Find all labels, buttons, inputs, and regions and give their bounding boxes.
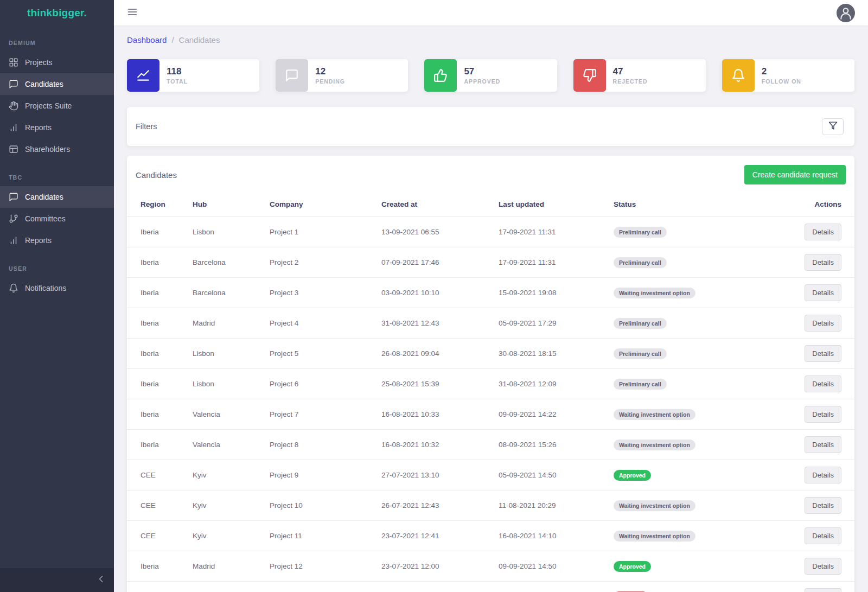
candidates-table: RegionHubCompanyCreated atLast updatedSt… <box>127 194 854 592</box>
stat-card-rejected: 47REJECTED <box>573 59 706 92</box>
breadcrumb-link-dashboard[interactable]: Dashboard <box>127 35 167 44</box>
sidebar-item-candidates[interactable]: Candidates <box>0 73 114 95</box>
cell-last-updated: 30-08-2021 18:15 <box>494 339 609 369</box>
sidebar-item-reports[interactable]: Reports <box>0 117 114 138</box>
message-icon <box>276 59 308 92</box>
sidebar-collapse-button[interactable] <box>0 568 114 592</box>
candidates-title: Candidates <box>136 170 177 180</box>
candidates-card: Candidates Create candidate request Regi… <box>127 156 854 592</box>
details-button[interactable]: Details <box>805 558 841 575</box>
cell-region: Iberia <box>127 399 188 430</box>
cell-region: Iberia <box>127 339 188 369</box>
sidebar-item-label: Notifications <box>25 284 66 292</box>
cell-last-updated: 05-09-2021 14:50 <box>494 460 609 491</box>
details-button[interactable]: Details <box>805 375 841 392</box>
candidates-card-header: Candidates Create candidate request <box>127 156 854 194</box>
details-button[interactable]: Details <box>805 254 841 271</box>
content: Dashboard / Candidates 118TOTAL12PENDING… <box>114 26 868 592</box>
cell-company: Project 5 <box>265 339 377 369</box>
cell-hub: Kyiv <box>188 521 265 551</box>
details-button[interactable]: Details <box>805 497 841 514</box>
breadcrumb-separator: / <box>171 35 174 44</box>
cell-hub: Madrid <box>188 551 265 582</box>
cell-actions: Details <box>795 308 854 339</box>
sidebar-item-label: Committees <box>25 214 66 223</box>
table-row: IberiaLisbonProject 113-09-2021 06:5517-… <box>127 217 854 247</box>
user-avatar[interactable] <box>837 4 855 22</box>
sidebar-item-projects[interactable]: Projects <box>0 52 114 73</box>
status-badge: Preliminary call <box>614 257 667 268</box>
details-button[interactable]: Details <box>805 527 841 544</box>
table-row: IberiaMadridProject 1223-07-2021 12:0009… <box>127 551 854 582</box>
cell-region: Iberia <box>127 369 188 399</box>
breadcrumb: Dashboard / Candidates <box>127 35 854 44</box>
thumbs-up-icon <box>424 59 457 92</box>
sidebar-section-label-tbc: TBC <box>0 160 114 186</box>
cell-hub: Kyiv <box>188 460 265 491</box>
cell-region: Iberia <box>127 551 188 582</box>
status-badge: Waiting investment option <box>614 440 695 450</box>
cell-actions: Details <box>795 521 854 551</box>
cell-company: Project 10 <box>265 491 377 521</box>
sidebar-item-committees[interactable]: Committees <box>0 208 114 230</box>
cell-actions: Details <box>795 369 854 399</box>
table-row: IberiaLisbonProject 526-08-2021 09:0430-… <box>127 339 854 369</box>
create-candidate-request-button[interactable]: Create candidate request <box>744 165 846 184</box>
details-button[interactable]: Details <box>805 406 841 423</box>
app-root: thinkbigger. DEMIUMProjectsCandidatesPro… <box>0 0 868 592</box>
filter-button[interactable] <box>822 118 844 135</box>
status-badge: Preliminary call <box>614 348 667 359</box>
brand-logo[interactable]: thinkbigger. <box>0 0 114 26</box>
sidebar-nav: DEMIUMProjectsCandidatesProjects SuiteRe… <box>0 26 114 299</box>
cell-actions: Details <box>795 582 854 592</box>
cell-hub: Valencia <box>188 430 265 460</box>
cell-last-updated: 05-09-2021 17:29 <box>494 308 609 339</box>
cell-region: Iberia <box>127 278 188 308</box>
stat-text: 47REJECTED <box>606 66 648 85</box>
filters-title: Filters <box>136 122 157 131</box>
details-button[interactable]: Details <box>805 467 841 483</box>
cell-status: Approved <box>609 551 795 582</box>
cell-status: Approved <box>609 460 795 491</box>
cell-company: Project 7 <box>265 399 377 430</box>
table-row: CEEKyivProject 1026-07-2021 12:4311-08-2… <box>127 491 854 521</box>
table-row: IberiaMadridProject 431-08-2021 12:4305-… <box>127 308 854 339</box>
details-button[interactable]: Details <box>805 588 841 592</box>
cell-actions: Details <box>795 460 854 491</box>
stat-value: 12 <box>315 66 345 77</box>
table-header-row: RegionHubCompanyCreated atLast updatedSt… <box>127 194 854 217</box>
sidebar-item-label: Reports <box>25 236 52 245</box>
status-badge: Waiting investment option <box>614 288 695 298</box>
cell-region: Iberia <box>127 308 188 339</box>
cell-status: Rejected <box>609 582 795 592</box>
breadcrumb-current: Candidates <box>179 35 220 44</box>
cell-company: Project 3 <box>265 278 377 308</box>
sidebar-item-shareholders[interactable]: Shareholders <box>0 138 114 160</box>
details-button[interactable]: Details <box>805 436 841 453</box>
menu-toggle-button[interactable] <box>127 7 138 19</box>
stat-card-follow-on: 2FOLLOW ON <box>722 59 854 92</box>
sidebar-item-projects-suite[interactable]: Projects Suite <box>0 95 114 117</box>
cell-status: Waiting investment option <box>609 491 795 521</box>
cell-region: CEE <box>127 460 188 491</box>
status-badge: Preliminary call <box>614 227 667 238</box>
details-button[interactable]: Details <box>805 224 841 240</box>
cell-last-updated: 05-09-2021 15:09 <box>494 582 609 592</box>
sidebar-item-label: Reports <box>25 123 52 132</box>
cell-hub: Kyiv <box>188 582 265 592</box>
cell-status: Preliminary call <box>609 247 795 278</box>
cell-status: Preliminary call <box>609 308 795 339</box>
details-button[interactable]: Details <box>805 284 841 301</box>
cell-company: Project 8 <box>265 430 377 460</box>
cell-last-updated: 16-08-2021 14:10 <box>494 521 609 551</box>
cell-created-at: 27-07-2021 13:10 <box>377 460 494 491</box>
bar-chart-icon <box>9 123 18 132</box>
sidebar-item-notifications[interactable]: Notifications <box>0 277 114 299</box>
details-button[interactable]: Details <box>805 315 841 332</box>
table-icon <box>9 144 18 154</box>
sidebar-item-candidates[interactable]: Candidates <box>0 186 114 208</box>
status-badge: Waiting investment option <box>614 409 695 420</box>
sidebar-item-reports[interactable]: Reports <box>0 230 114 251</box>
filters-card: Filters <box>127 107 854 146</box>
details-button[interactable]: Details <box>805 345 841 362</box>
